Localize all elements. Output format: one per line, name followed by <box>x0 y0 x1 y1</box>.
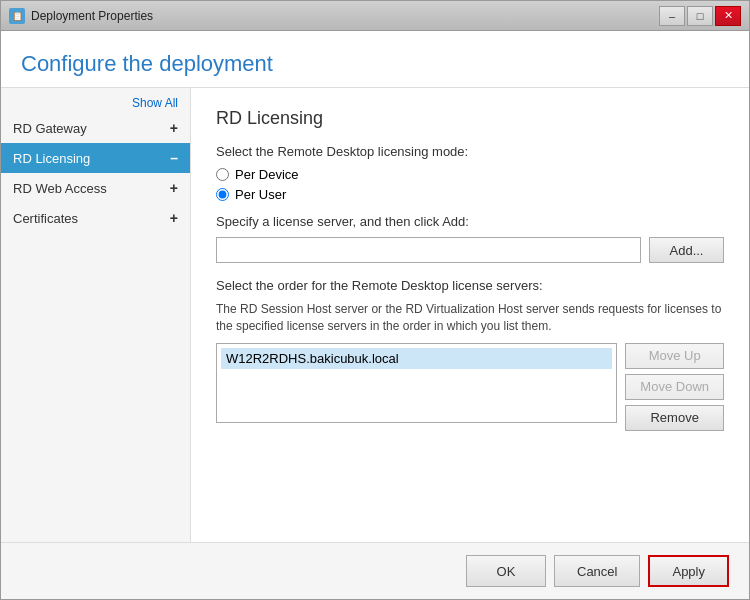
order-description: The RD Session Host server or the RD Vir… <box>216 301 724 335</box>
licensing-mode-group: Per Device Per User <box>216 167 724 202</box>
content-area: Show All RD Gateway + RD Licensing – RD … <box>1 88 749 542</box>
sidebar-item-rd-web-access-label: RD Web Access <box>13 181 107 196</box>
sidebar-item-rd-licensing-icon: – <box>170 150 178 166</box>
order-row: W12R2RDHS.bakicubuk.local Move Up Move D… <box>216 343 724 431</box>
order-label: Select the order for the Remote Desktop … <box>216 278 724 293</box>
title-bar: 📋 Deployment Properties – □ ✕ <box>1 1 749 31</box>
page-title: Configure the deployment <box>21 51 729 77</box>
ok-button[interactable]: OK <box>466 555 546 587</box>
sidebar: Show All RD Gateway + RD Licensing – RD … <box>1 88 191 542</box>
sidebar-item-rd-gateway[interactable]: RD Gateway + <box>1 113 190 143</box>
deployment-properties-window: 📋 Deployment Properties – □ ✕ Configure … <box>0 0 750 600</box>
per-user-radio[interactable] <box>216 188 229 201</box>
sidebar-item-rd-web-access-icon: + <box>170 180 178 196</box>
window-body: Configure the deployment Show All RD Gat… <box>1 31 749 599</box>
window-title: Deployment Properties <box>31 9 153 23</box>
license-server-input[interactable] <box>216 237 641 263</box>
sidebar-item-certificates-label: Certificates <box>13 211 78 226</box>
show-all-link[interactable]: Show All <box>1 93 190 113</box>
footer: OK Cancel Apply <box>1 542 749 599</box>
sidebar-item-rd-gateway-label: RD Gateway <box>13 121 87 136</box>
order-buttons: Move Up Move Down Remove <box>625 343 724 431</box>
order-section: Select the order for the Remote Desktop … <box>216 278 724 431</box>
sidebar-item-rd-licensing-label: RD Licensing <box>13 151 90 166</box>
per-device-radio[interactable] <box>216 168 229 181</box>
license-server-input-row: Add... <box>216 237 724 263</box>
server-list-item[interactable]: W12R2RDHS.bakicubuk.local <box>221 348 612 369</box>
sidebar-item-rd-web-access[interactable]: RD Web Access + <box>1 173 190 203</box>
cancel-button[interactable]: Cancel <box>554 555 640 587</box>
add-button[interactable]: Add... <box>649 237 724 263</box>
title-controls: – □ ✕ <box>659 6 741 26</box>
remove-button[interactable]: Remove <box>625 405 724 431</box>
section-title: RD Licensing <box>216 108 724 129</box>
header-area: Configure the deployment <box>1 31 749 88</box>
sidebar-item-rd-gateway-icon: + <box>170 120 178 136</box>
per-device-option[interactable]: Per Device <box>216 167 724 182</box>
minimize-button[interactable]: – <box>659 6 685 26</box>
sidebar-item-rd-licensing[interactable]: RD Licensing – <box>1 143 190 173</box>
apply-button[interactable]: Apply <box>648 555 729 587</box>
main-panel: RD Licensing Select the Remote Desktop l… <box>191 88 749 542</box>
licensing-mode-label: Select the Remote Desktop licensing mode… <box>216 144 724 159</box>
license-server-label: Specify a license server, and then click… <box>216 214 724 229</box>
move-down-button[interactable]: Move Down <box>625 374 724 400</box>
per-user-option[interactable]: Per User <box>216 187 724 202</box>
app-icon: 📋 <box>9 8 25 24</box>
title-bar-left: 📋 Deployment Properties <box>9 8 153 24</box>
per-device-label: Per Device <box>235 167 299 182</box>
server-list[interactable]: W12R2RDHS.bakicubuk.local <box>216 343 617 423</box>
move-up-button[interactable]: Move Up <box>625 343 724 369</box>
sidebar-item-certificates[interactable]: Certificates + <box>1 203 190 233</box>
maximize-button[interactable]: □ <box>687 6 713 26</box>
sidebar-item-certificates-icon: + <box>170 210 178 226</box>
close-button[interactable]: ✕ <box>715 6 741 26</box>
per-user-label: Per User <box>235 187 286 202</box>
